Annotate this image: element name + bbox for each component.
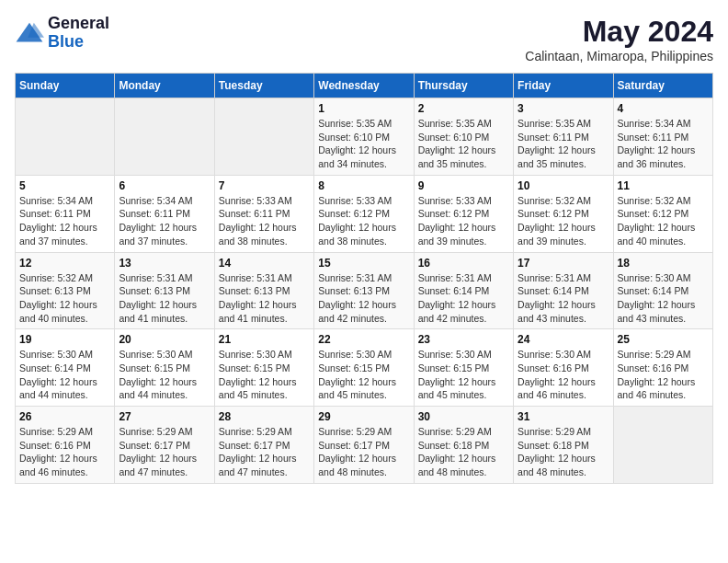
calendar-cell: 24Sunrise: 5:30 AM Sunset: 6:16 PM Dayli… — [514, 329, 613, 407]
calendar-cell: 18Sunrise: 5:30 AM Sunset: 6:14 PM Dayli… — [613, 252, 712, 329]
day-of-week-header: Wednesday — [314, 74, 414, 98]
day-info: Sunrise: 5:35 AM Sunset: 6:10 PM Dayligh… — [418, 117, 509, 171]
day-of-week-header: Thursday — [414, 74, 513, 98]
day-number: 21 — [219, 333, 310, 346]
logo-text: General Blue — [48, 15, 109, 52]
day-of-week-header: Saturday — [613, 74, 712, 98]
calendar-cell: 4Sunrise: 5:34 AM Sunset: 6:11 PM Daylig… — [613, 98, 712, 176]
calendar-cell: 5Sunrise: 5:34 AM Sunset: 6:11 PM Daylig… — [16, 175, 115, 252]
calendar-cell: 30Sunrise: 5:29 AM Sunset: 6:18 PM Dayli… — [414, 407, 513, 484]
calendar-cell: 11Sunrise: 5:32 AM Sunset: 6:12 PM Dayli… — [613, 175, 712, 252]
day-number: 7 — [219, 179, 310, 192]
day-info: Sunrise: 5:31 AM Sunset: 6:13 PM Dayligh… — [219, 271, 310, 326]
month-year: May 2024 — [525, 15, 713, 49]
calendar-cell: 3Sunrise: 5:35 AM Sunset: 6:11 PM Daylig… — [514, 98, 613, 176]
calendar-week-row: 19Sunrise: 5:30 AM Sunset: 6:14 PM Dayli… — [16, 329, 713, 407]
calendar-cell: 8Sunrise: 5:33 AM Sunset: 6:12 PM Daylig… — [314, 175, 414, 252]
day-info: Sunrise: 5:29 AM Sunset: 6:17 PM Dayligh… — [119, 425, 210, 479]
day-info: Sunrise: 5:31 AM Sunset: 6:13 PM Dayligh… — [119, 271, 210, 326]
calendar-cell: 9Sunrise: 5:33 AM Sunset: 6:12 PM Daylig… — [414, 175, 513, 252]
calendar-cell: 10Sunrise: 5:32 AM Sunset: 6:12 PM Dayli… — [514, 175, 613, 252]
day-number: 28 — [219, 410, 310, 423]
day-info: Sunrise: 5:29 AM Sunset: 6:18 PM Dayligh… — [518, 425, 609, 479]
day-info: Sunrise: 5:29 AM Sunset: 6:17 PM Dayligh… — [219, 425, 310, 479]
day-info: Sunrise: 5:30 AM Sunset: 6:15 PM Dayligh… — [318, 348, 409, 402]
day-number: 18 — [618, 257, 709, 270]
day-number: 22 — [318, 333, 409, 346]
day-number: 19 — [19, 333, 110, 346]
calendar-week-row: 1Sunrise: 5:35 AM Sunset: 6:10 PM Daylig… — [16, 98, 713, 176]
day-info: Sunrise: 5:34 AM Sunset: 6:11 PM Dayligh… — [618, 117, 709, 171]
day-number: 20 — [119, 333, 210, 346]
day-number: 23 — [418, 333, 509, 346]
calendar-cell: 26Sunrise: 5:29 AM Sunset: 6:16 PM Dayli… — [16, 407, 115, 484]
day-number: 2 — [418, 102, 509, 115]
day-of-week-header: Tuesday — [214, 74, 313, 98]
location: Calintaan, Mimaropa, Philippines — [525, 49, 713, 63]
day-number: 27 — [119, 410, 210, 423]
day-number: 17 — [518, 257, 609, 270]
calendar-cell: 21Sunrise: 5:30 AM Sunset: 6:15 PM Dayli… — [214, 329, 313, 407]
calendar-cell — [115, 98, 214, 176]
calendar-cell: 29Sunrise: 5:29 AM Sunset: 6:17 PM Dayli… — [314, 407, 414, 484]
calendar-cell — [214, 98, 313, 176]
day-number: 25 — [618, 333, 709, 346]
day-info: Sunrise: 5:33 AM Sunset: 6:11 PM Dayligh… — [219, 194, 310, 248]
day-info: Sunrise: 5:31 AM Sunset: 6:14 PM Dayligh… — [418, 271, 509, 326]
day-number: 24 — [518, 333, 609, 346]
day-info: Sunrise: 5:32 AM Sunset: 6:12 PM Dayligh… — [618, 194, 709, 248]
day-info: Sunrise: 5:32 AM Sunset: 6:12 PM Dayligh… — [518, 194, 609, 248]
calendar-cell: 31Sunrise: 5:29 AM Sunset: 6:18 PM Dayli… — [514, 407, 613, 484]
day-info: Sunrise: 5:34 AM Sunset: 6:11 PM Dayligh… — [19, 194, 110, 248]
calendar-body: 1Sunrise: 5:35 AM Sunset: 6:10 PM Daylig… — [16, 98, 713, 484]
day-info: Sunrise: 5:35 AM Sunset: 6:11 PM Dayligh… — [518, 117, 609, 171]
day-number: 8 — [318, 179, 409, 192]
calendar-cell: 25Sunrise: 5:29 AM Sunset: 6:16 PM Dayli… — [613, 329, 712, 407]
logo-general: General — [48, 15, 109, 33]
day-info: Sunrise: 5:30 AM Sunset: 6:15 PM Dayligh… — [119, 348, 210, 402]
calendar-cell: 12Sunrise: 5:32 AM Sunset: 6:13 PM Dayli… — [16, 252, 115, 329]
calendar-cell: 15Sunrise: 5:31 AM Sunset: 6:13 PM Dayli… — [314, 252, 414, 329]
calendar-cell: 27Sunrise: 5:29 AM Sunset: 6:17 PM Dayli… — [115, 407, 214, 484]
calendar-week-row: 12Sunrise: 5:32 AM Sunset: 6:13 PM Dayli… — [16, 252, 713, 329]
day-number: 14 — [219, 257, 310, 270]
day-info: Sunrise: 5:30 AM Sunset: 6:15 PM Dayligh… — [418, 348, 509, 402]
calendar-cell: 19Sunrise: 5:30 AM Sunset: 6:14 PM Dayli… — [16, 329, 115, 407]
day-number: 4 — [618, 102, 709, 115]
day-info: Sunrise: 5:30 AM Sunset: 6:16 PM Dayligh… — [518, 348, 609, 402]
day-number: 16 — [418, 257, 509, 270]
day-number: 1 — [318, 102, 409, 115]
day-number: 31 — [518, 410, 609, 423]
calendar-cell: 20Sunrise: 5:30 AM Sunset: 6:15 PM Dayli… — [115, 329, 214, 407]
calendar-cell: 23Sunrise: 5:30 AM Sunset: 6:15 PM Dayli… — [414, 329, 513, 407]
calendar-table: SundayMondayTuesdayWednesdayThursdayFrid… — [15, 73, 713, 484]
calendar-cell — [613, 407, 712, 484]
day-number: 15 — [318, 257, 409, 270]
day-number: 10 — [518, 179, 609, 192]
calendar-cell: 1Sunrise: 5:35 AM Sunset: 6:10 PM Daylig… — [314, 98, 414, 176]
calendar-cell: 16Sunrise: 5:31 AM Sunset: 6:14 PM Dayli… — [414, 252, 513, 329]
day-of-week-header: Monday — [115, 74, 214, 98]
day-number: 13 — [119, 257, 210, 270]
calendar-cell: 22Sunrise: 5:30 AM Sunset: 6:15 PM Dayli… — [314, 329, 414, 407]
day-info: Sunrise: 5:32 AM Sunset: 6:13 PM Dayligh… — [19, 271, 110, 326]
day-info: Sunrise: 5:29 AM Sunset: 6:16 PM Dayligh… — [618, 348, 709, 402]
day-info: Sunrise: 5:34 AM Sunset: 6:11 PM Dayligh… — [119, 194, 210, 248]
calendar-cell: 2Sunrise: 5:35 AM Sunset: 6:10 PM Daylig… — [414, 98, 513, 176]
day-info: Sunrise: 5:33 AM Sunset: 6:12 PM Dayligh… — [318, 194, 409, 248]
day-number: 30 — [418, 410, 509, 423]
day-number: 11 — [618, 179, 709, 192]
days-of-week-row: SundayMondayTuesdayWednesdayThursdayFrid… — [16, 74, 713, 98]
day-number: 26 — [19, 410, 110, 423]
day-number: 5 — [19, 179, 110, 192]
day-number: 12 — [19, 257, 110, 270]
day-info: Sunrise: 5:31 AM Sunset: 6:14 PM Dayligh… — [518, 271, 609, 326]
day-info: Sunrise: 5:30 AM Sunset: 6:14 PM Dayligh… — [618, 271, 709, 326]
calendar-week-row: 5Sunrise: 5:34 AM Sunset: 6:11 PM Daylig… — [16, 175, 713, 252]
calendar-cell: 7Sunrise: 5:33 AM Sunset: 6:11 PM Daylig… — [214, 175, 313, 252]
logo: General Blue — [15, 15, 109, 52]
logo-blue: Blue — [48, 33, 109, 52]
title-block: May 2024 Calintaan, Mimaropa, Philippine… — [525, 15, 713, 63]
calendar-cell: 17Sunrise: 5:31 AM Sunset: 6:14 PM Dayli… — [514, 252, 613, 329]
logo-icon — [15, 20, 44, 46]
